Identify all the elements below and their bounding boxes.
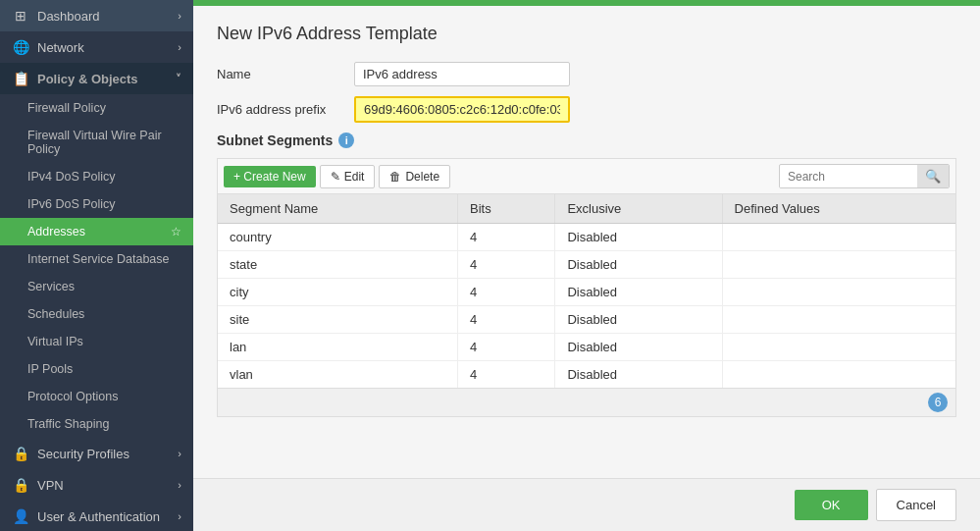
cell-bits: 4 xyxy=(458,361,555,389)
sidebar-item-label: IP Pools xyxy=(27,362,73,376)
chevron-down-icon: ˅ xyxy=(176,73,181,85)
sidebar-item-label: Dashboard xyxy=(37,9,100,24)
vpn-icon: 🔒 xyxy=(12,477,29,493)
prefix-input[interactable] xyxy=(354,96,570,123)
sidebar-item-label: Addresses xyxy=(27,225,85,239)
sidebar-item-dashboard[interactable]: ⊞ Dashboard › xyxy=(0,0,193,31)
cell-name: city xyxy=(218,279,458,306)
cell-name: state xyxy=(218,251,458,279)
sidebar-item-protocol-options[interactable]: Protocol Options xyxy=(0,383,193,410)
cell-exclusive: Disabled xyxy=(555,279,722,306)
sidebar-item-label: Protocol Options xyxy=(27,390,118,403)
table-header-row: Segment Name Bits Exclusive Defined Valu… xyxy=(218,194,955,224)
search-input[interactable] xyxy=(780,166,917,187)
edit-label: Edit xyxy=(344,170,365,184)
sidebar-item-addresses[interactable]: Addresses ☆ xyxy=(0,218,193,245)
cell-name: lan xyxy=(218,334,458,361)
cell-name: site xyxy=(218,306,458,334)
cell-bits: 4 xyxy=(458,306,555,334)
chevron-right-icon: › xyxy=(178,10,181,22)
table-row[interactable]: lan 4 Disabled xyxy=(218,334,955,361)
sidebar-item-schedules[interactable]: Schedules xyxy=(0,300,193,328)
chevron-right-icon: › xyxy=(178,510,181,522)
cell-exclusive: Disabled xyxy=(555,361,722,389)
sidebar-item-virtual-ips[interactable]: Virtual IPs xyxy=(0,328,193,355)
lock-icon: 🔒 xyxy=(12,446,29,461)
sidebar-item-label: Schedules xyxy=(27,307,84,321)
cancel-button[interactable]: Cancel xyxy=(876,489,956,521)
edit-button[interactable]: ✎ Edit xyxy=(320,165,376,188)
subnet-segments-title: Subnet Segments xyxy=(217,133,333,148)
cell-exclusive: Disabled xyxy=(555,224,722,251)
user-icon: 👤 xyxy=(12,508,29,524)
table-row[interactable]: state 4 Disabled xyxy=(218,251,955,279)
sidebar-item-internet-service-db[interactable]: Internet Service Database xyxy=(0,245,193,273)
sidebar-item-policy-objects[interactable]: 📋 Policy & Objects ˅ xyxy=(0,63,193,94)
delete-icon: 🗑 xyxy=(389,170,401,184)
cell-defined-values xyxy=(722,224,955,251)
sidebar-item-security-profiles[interactable]: 🔒 Security Profiles › xyxy=(0,438,193,469)
col-bits: Bits xyxy=(458,194,555,224)
sidebar-item-user-auth[interactable]: 👤 User & Authentication › xyxy=(0,501,193,531)
sidebar-item-firewall-policy[interactable]: Firewall Policy xyxy=(0,94,193,122)
sidebar-item-label: Firewall Policy xyxy=(27,101,106,115)
segments-table: Segment Name Bits Exclusive Defined Valu… xyxy=(218,194,955,388)
sidebar-item-label: Network xyxy=(37,40,84,55)
sidebar-item-ipv4-dos[interactable]: IPv4 DoS Policy xyxy=(0,163,193,190)
sidebar-item-label: User & Authentication xyxy=(37,509,160,524)
table-footer: 6 xyxy=(218,388,955,416)
cell-name: vlan xyxy=(218,361,458,389)
policy-icon: 📋 xyxy=(12,71,29,86)
sidebar-item-label: Internet Service Database xyxy=(27,252,170,266)
sidebar-item-label: Services xyxy=(27,280,75,293)
chevron-right-icon: › xyxy=(178,479,181,491)
cell-defined-values xyxy=(722,306,955,334)
info-icon[interactable]: i xyxy=(338,133,354,148)
sidebar-item-network[interactable]: 🌐 Network › xyxy=(0,31,193,63)
cell-exclusive: Disabled xyxy=(555,334,722,361)
sidebar-item-label: IPv4 DoS Policy xyxy=(27,170,116,184)
delete-button[interactable]: 🗑 Delete xyxy=(379,165,450,188)
name-input[interactable] xyxy=(354,62,570,86)
chevron-right-icon: › xyxy=(178,41,181,53)
cell-bits: 4 xyxy=(458,279,555,306)
main-footer: OK Cancel xyxy=(193,478,980,531)
sidebar-item-services[interactable]: Services xyxy=(0,273,193,300)
main-panel: New IPv6 Address Template Name IPv6 addr… xyxy=(193,0,980,531)
sidebar-item-traffic-shaping[interactable]: Traffic Shaping xyxy=(0,410,193,438)
subnet-segments-section: Subnet Segments i xyxy=(217,133,956,148)
cell-defined-values xyxy=(722,251,955,279)
sidebar-item-vpn[interactable]: 🔒 VPN › xyxy=(0,469,193,501)
ok-button[interactable]: OK xyxy=(795,490,868,520)
cell-exclusive: Disabled xyxy=(555,251,722,279)
table-row[interactable]: vlan 4 Disabled xyxy=(218,361,955,389)
edit-icon: ✎ xyxy=(331,170,340,184)
page-title: New IPv6 Address Template xyxy=(217,24,956,44)
create-new-label: + Create New xyxy=(233,170,306,184)
sidebar-item-label: Security Profiles xyxy=(37,447,129,461)
table-row[interactable]: site 4 Disabled xyxy=(218,306,955,334)
segment-toolbar: + Create New ✎ Edit 🗑 Delete 🔍 xyxy=(217,158,956,193)
chevron-right-icon: › xyxy=(178,448,181,459)
sidebar-item-label: IPv6 DoS Policy xyxy=(27,197,116,211)
search-button[interactable]: 🔍 xyxy=(917,165,949,187)
sidebar-item-firewall-virtual-wire[interactable]: Firewall Virtual Wire Pair Policy xyxy=(0,122,193,163)
table-row[interactable]: country 4 Disabled xyxy=(218,224,955,251)
cell-bits: 4 xyxy=(458,334,555,361)
sidebar-item-label: VPN xyxy=(37,478,64,493)
sidebar-item-label: Policy & Objects xyxy=(37,72,138,86)
prefix-form-row: IPv6 address prefix xyxy=(217,96,956,123)
sidebar-item-ipv6-dos[interactable]: IPv6 DoS Policy xyxy=(0,190,193,218)
segments-table-wrap: Segment Name Bits Exclusive Defined Valu… xyxy=(217,193,956,417)
sidebar-item-ip-pools[interactable]: IP Pools xyxy=(0,355,193,383)
dashboard-icon: ⊞ xyxy=(12,8,29,24)
sidebar-item-label: Traffic Shaping xyxy=(27,417,109,431)
page-number: 6 xyxy=(928,393,948,412)
cell-defined-values xyxy=(722,361,955,389)
create-new-button[interactable]: + Create New xyxy=(224,166,316,187)
cell-name: country xyxy=(218,224,458,251)
delete-label: Delete xyxy=(405,170,439,184)
cell-defined-values xyxy=(722,279,955,306)
table-row[interactable]: city 4 Disabled xyxy=(218,279,955,306)
cell-bits: 4 xyxy=(458,224,555,251)
